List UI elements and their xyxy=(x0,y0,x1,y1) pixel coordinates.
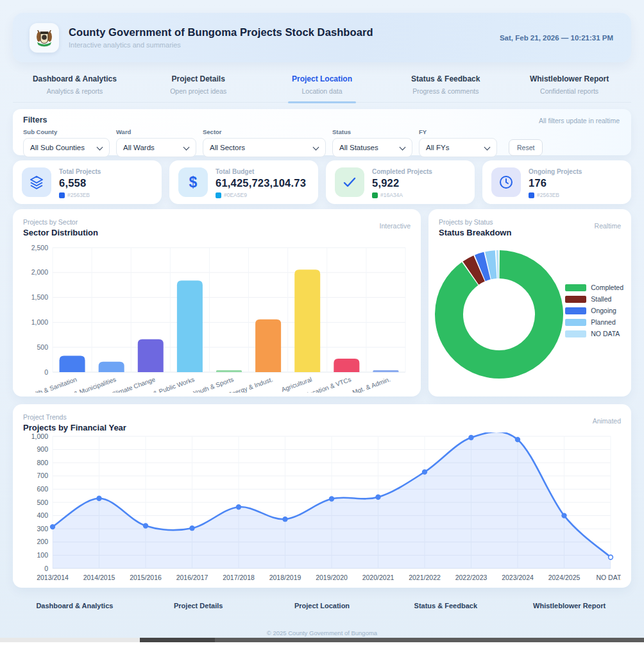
svg-text:2020/2021: 2020/2021 xyxy=(362,574,394,581)
svg-text:Agricultural: Agricultural xyxy=(280,376,313,393)
footer-link-whistleblower[interactable]: Whistleblower Report xyxy=(507,602,631,610)
sector-distribution-card: Projects by Sector Sector Distribution I… xyxy=(13,209,421,397)
scrollbar-thumb[interactable] xyxy=(140,638,215,642)
filters-realtime-note: All filters update in realtime xyxy=(539,117,620,124)
page-subtitle: Interactive analytics and summaries xyxy=(69,41,373,49)
footer-link-status-feedback[interactable]: Status & Feedback xyxy=(384,602,507,610)
svg-text:2021/2022: 2021/2022 xyxy=(409,574,441,581)
total-budget-card: $ Total Budget 61,425,723,104.73 #0EA5E9 xyxy=(169,160,318,204)
svg-text:0: 0 xyxy=(44,368,48,376)
svg-text:2014/2015: 2014/2015 xyxy=(83,574,115,581)
tab-whistleblower-report[interactable]: Whistleblower Report Confidential report… xyxy=(507,67,631,102)
sector-bar-chart[interactable]: 05001,0001,5002,0002,500Health & Sanitat… xyxy=(23,241,411,393)
svg-text:2,000: 2,000 xyxy=(31,268,48,276)
clock-icon xyxy=(491,167,521,197)
svg-text:2017/2018: 2017/2018 xyxy=(223,574,255,581)
total-budget-value: 61,425,723,104.73 xyxy=(216,177,306,189)
status-donut-chart[interactable] xyxy=(428,243,572,389)
horizontal-scrollbar[interactable] xyxy=(0,638,644,642)
datetime-display: Sat, Feb 21, 2026 — 10:21:31 PM xyxy=(500,34,613,42)
svg-text:800: 800 xyxy=(37,459,48,466)
tab-dashboard-analytics[interactable]: Dashboard & Analytics Analytics & report… xyxy=(13,67,137,102)
completed-projects-value: 5,922 xyxy=(372,177,432,189)
svg-text:NO DATA: NO DATA xyxy=(596,574,621,581)
color-swatch xyxy=(372,192,378,198)
app-header: County Government of Bungoma Projects St… xyxy=(13,13,631,62)
page-title: County Government of Bungoma Projects St… xyxy=(69,26,373,38)
svg-text:2016/2017: 2016/2017 xyxy=(176,574,208,581)
status-label: Status xyxy=(332,128,412,135)
svg-text:300: 300 xyxy=(37,525,48,533)
chevron-down-icon xyxy=(484,144,491,151)
svg-text:100: 100 xyxy=(37,551,48,559)
tab-project-location[interactable]: Project Location Location data xyxy=(260,67,384,102)
dollar-icon: $ xyxy=(178,167,208,197)
projects-by-fy-card: Project Trends Projects by Financial Yea… xyxy=(13,404,631,588)
subcounty-select[interactable]: All Sub Counties xyxy=(23,138,110,157)
svg-text:2015/2016: 2015/2016 xyxy=(130,574,162,581)
chevron-down-icon xyxy=(183,144,190,151)
svg-text:500: 500 xyxy=(37,343,48,351)
sector-select[interactable]: All Sectors xyxy=(203,138,326,157)
tab-status-feedback[interactable]: Status & Feedback Progress & comments xyxy=(384,67,507,102)
status-select[interactable]: All Statuses xyxy=(332,138,412,157)
chevron-down-icon xyxy=(97,144,103,151)
fy-line-chart[interactable]: 01002003004005006007008009001,0002013/20… xyxy=(23,432,621,585)
svg-text:2,500: 2,500 xyxy=(31,244,48,252)
legend-item: Completed xyxy=(565,284,623,291)
fy-label: FY xyxy=(419,128,497,135)
chevron-down-icon xyxy=(313,144,319,151)
bar-chart-title: Sector Distribution xyxy=(23,228,98,237)
dashboard-page: County Government of Bungoma Projects St… xyxy=(0,0,644,642)
donut-chart-title: Status Breakdown xyxy=(439,228,511,237)
total-projects-card: Total Projects 6,558 #2563EB xyxy=(13,160,162,204)
check-icon xyxy=(335,167,364,197)
footer-nav: Dashboard & Analytics Project Details Pr… xyxy=(13,602,631,610)
legend-item: NO DATA xyxy=(565,330,623,337)
layers-icon xyxy=(22,167,51,197)
ward-select[interactable]: All Wards xyxy=(116,138,196,157)
filters-title: Filters xyxy=(23,115,621,124)
status-breakdown-card: Projects by Status Status Breakdown Real… xyxy=(428,209,631,397)
svg-text:0: 0 xyxy=(44,565,48,572)
ward-label: Ward xyxy=(116,128,196,135)
svg-text:2022/2023: 2022/2023 xyxy=(455,574,487,581)
scrollbar-thumb[interactable] xyxy=(215,638,644,642)
svg-text:2013/2014: 2013/2014 xyxy=(37,574,69,581)
county-logo xyxy=(30,23,59,53)
tab-project-details[interactable]: Project Details Open project ideas xyxy=(137,67,260,102)
svg-text:2019/2020: 2019/2020 xyxy=(316,574,348,581)
color-swatch xyxy=(529,192,534,198)
svg-text:1,500: 1,500 xyxy=(31,293,48,301)
sector-label: Sector xyxy=(203,128,326,135)
ongoing-projects-card: Ongoing Projects 176 #2563EB xyxy=(482,160,631,204)
svg-text:400: 400 xyxy=(37,511,48,519)
legend-item: Ongoing xyxy=(565,307,623,314)
ongoing-projects-value: 176 xyxy=(529,177,582,189)
footer-link-project-details[interactable]: Project Details xyxy=(137,602,260,610)
svg-text:2018/2019: 2018/2019 xyxy=(269,574,301,581)
header-text: County Government of Bungoma Projects St… xyxy=(69,26,373,49)
donut-legend: Completed Stalled Ongoing Planned NO DAT… xyxy=(565,284,623,341)
color-swatch xyxy=(216,192,221,198)
footer-link-dashboard[interactable]: Dashboard & Analytics xyxy=(13,602,137,610)
svg-text:2024/2025: 2024/2025 xyxy=(548,574,580,581)
filters-panel: Filters All filters update in realtime S… xyxy=(13,109,631,155)
svg-text:500: 500 xyxy=(37,499,48,506)
main-nav-tabs: Dashboard & Analytics Analytics & report… xyxy=(13,67,631,103)
svg-text:200: 200 xyxy=(37,538,48,545)
subcounty-label: Sub County xyxy=(23,128,110,135)
svg-text:900: 900 xyxy=(37,445,48,453)
reset-filters-button[interactable]: Reset xyxy=(509,139,543,156)
svg-text:1,000: 1,000 xyxy=(31,318,48,326)
chevron-down-icon xyxy=(400,144,406,151)
line-chart-title: Projects by Financial Year xyxy=(23,423,126,432)
footer-link-project-location[interactable]: Project Location xyxy=(260,602,384,610)
svg-text:1,000: 1,000 xyxy=(31,432,48,440)
color-swatch xyxy=(59,192,65,198)
coat-of-arms-icon xyxy=(33,27,55,49)
active-tab-underline xyxy=(288,101,356,103)
fy-select[interactable]: All FYs xyxy=(419,138,497,157)
legend-item: Planned xyxy=(565,318,623,326)
legend-item: Stalled xyxy=(565,295,623,303)
